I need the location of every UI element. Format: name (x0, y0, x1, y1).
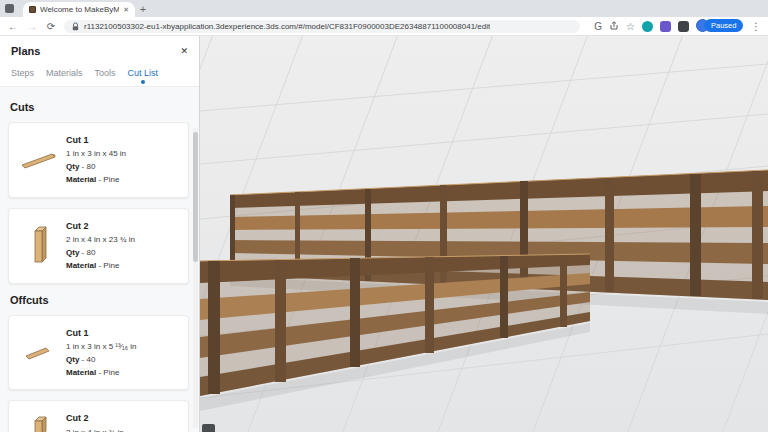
lock-icon (72, 22, 79, 31)
material-value: - Pine (96, 368, 119, 377)
cut-dimensions: 1 in x 3 in x 5 ¹³⁄₁₆ in (66, 341, 136, 354)
section-heading-offcuts: Offcuts (10, 294, 189, 306)
url-text: r1132100503302-eu1-xbyapplication.3dexpe… (84, 22, 490, 31)
qty-label: Qty (66, 162, 79, 171)
cut-dimensions: 2 in x 4 in x ¾ in (66, 427, 124, 432)
offcut-card[interactable]: Cut 1 1 in x 3 in x 5 ¹³⁄₁₆ in Qty - 40 … (8, 315, 189, 391)
cut-list-content[interactable]: Cuts Cut 1 1 in x 3 in x 45 in Qty - 80 … (0, 87, 199, 432)
browser-window: Welcome to MakeByMe ✕ + ← → ⟳ r113210050… (0, 0, 768, 432)
profile-cluster: Paused (696, 19, 744, 33)
offcut-card[interactable]: Cut 2 2 in x 4 in x ¾ in (8, 400, 189, 432)
qty-value: - 80 (79, 248, 95, 257)
extension-violet-icon[interactable] (660, 21, 671, 32)
plans-tab-bar: Steps Materials Tools Cut List (0, 66, 199, 87)
3d-viewport[interactable] (200, 36, 768, 432)
plank-icon (17, 133, 61, 187)
cut-title: Cut 1 (66, 326, 136, 340)
page-content: Plans ✕ Steps Materials Tools Cut List C… (0, 36, 768, 432)
3d-scene (200, 36, 768, 432)
g-icon[interactable]: G (594, 21, 602, 32)
qty-value: - 40 (79, 355, 95, 364)
menu-icon[interactable]: ⋮ (751, 21, 761, 32)
qty-label: Qty (66, 248, 79, 257)
tab-cut-list[interactable]: Cut List (128, 68, 159, 78)
fence-front-row (200, 254, 590, 396)
tab-strip: Welcome to MakeByMe ✕ + (0, 0, 768, 17)
back-icon[interactable]: ← (7, 21, 19, 32)
bookmark-star-icon[interactable]: ☆ (626, 21, 635, 32)
material-value: - Pine (96, 175, 119, 184)
cut-card-text: Cut 2 2 in x 4 in x ¾ in (66, 411, 124, 432)
cut-dimensions: 2 in x 4 in x 23 ¾ in (66, 234, 135, 247)
post-icon (17, 219, 61, 273)
cut-title: Cut 2 (66, 219, 135, 233)
cut-title: Cut 2 (66, 411, 124, 425)
reload-icon[interactable]: ⟳ (45, 21, 57, 32)
plans-panel-header: Plans ✕ (0, 36, 199, 66)
site-favicon-icon (29, 6, 36, 13)
material-label: Material (66, 368, 96, 377)
cut-card-text: Cut 1 1 in x 3 in x 45 in Qty - 80 Mater… (66, 133, 126, 187)
cut-dimensions: 1 in x 3 in x 45 in (66, 148, 126, 161)
plans-panel: Plans ✕ Steps Materials Tools Cut List C… (0, 36, 200, 432)
toolbar-right-icons: G ☆ Paused ⋮ (594, 19, 761, 33)
material-label: Material (66, 261, 96, 270)
forward-icon[interactable]: → (26, 21, 38, 32)
material-label: Material (66, 175, 96, 184)
tab-steps[interactable]: Steps (11, 68, 34, 78)
short-plank-icon (17, 326, 61, 380)
qty-label: Qty (66, 355, 79, 364)
tab-search-icon[interactable] (5, 4, 14, 13)
tab-close-icon[interactable]: ✕ (123, 6, 129, 14)
cut-title: Cut 1 (66, 133, 126, 147)
small-block-icon (17, 411, 61, 432)
material-value: - Pine (96, 261, 119, 270)
close-icon[interactable]: ✕ (180, 46, 188, 56)
qty-value: - 80 (79, 162, 95, 171)
cut-card-text: Cut 1 1 in x 3 in x 5 ¹³⁄₁₆ in Qty - 40 … (66, 326, 136, 380)
tab-tools[interactable]: Tools (95, 68, 116, 78)
panel-scrollbar-thumb[interactable] (193, 132, 198, 262)
address-bar[interactable]: r1132100503302-eu1-xbyapplication.3dexpe… (64, 20, 580, 33)
viewport-bottom-tab[interactable] (202, 424, 215, 432)
tab-title: Welcome to MakeByMe (40, 5, 119, 14)
tab-materials[interactable]: Materials (46, 68, 83, 78)
extension-teal-icon[interactable] (642, 21, 653, 32)
cut-card[interactable]: Cut 1 1 in x 3 in x 45 in Qty - 80 Mater… (8, 122, 189, 198)
browser-toolbar: ← → ⟳ r1132100503302-eu1-xbyapplication.… (0, 17, 768, 36)
section-heading-cuts: Cuts (10, 101, 189, 113)
extension-dark-icon[interactable] (678, 21, 689, 32)
browser-tab[interactable]: Welcome to MakeByMe ✕ (23, 2, 135, 17)
panel-title: Plans (11, 45, 40, 57)
new-tab-button[interactable]: + (135, 2, 151, 17)
cut-card-text: Cut 2 2 in x 4 in x 23 ¾ in Qty - 80 Mat… (66, 219, 135, 273)
share-icon[interactable] (609, 21, 619, 31)
sync-paused-badge[interactable]: Paused (704, 19, 743, 32)
cut-card[interactable]: Cut 2 2 in x 4 in x 23 ¾ in Qty - 80 Mat… (8, 208, 189, 284)
